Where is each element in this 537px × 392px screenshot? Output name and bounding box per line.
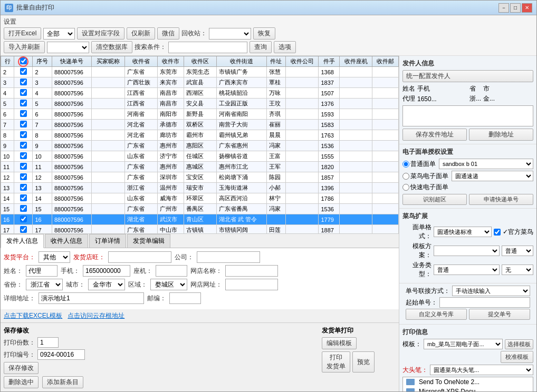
th-select-all[interactable] [14, 56, 33, 67]
address-input[interactable] [39, 292, 144, 304]
all-combo[interactable]: 全部 [43, 28, 75, 40]
save-modify-button[interactable]: 保存修改 [4, 362, 39, 374]
normal-face-combo[interactable]: sandbox b 01 [439, 159, 533, 169]
tab-fahuo-edit[interactable]: 发货单编辑 [127, 234, 170, 248]
yewu-combo[interactable]: 普通 [434, 264, 500, 275]
import-refresh-button[interactable]: 导入并刷新 [4, 41, 45, 53]
restore-button[interactable]: 恢复 [253, 27, 275, 40]
print-count-input[interactable] [37, 337, 59, 348]
zidingyi-btn1[interactable]: 自定义单号库 [406, 309, 467, 320]
query-button[interactable]: 查询 [250, 41, 272, 53]
table-row[interactable]: 22880007596广东省东莞市东莞生态市镇镇广务张慧1368 [1, 67, 399, 77]
table-row[interactable]: 1010880007596山东省济宁市任城区扬柳镇谷道王富1555 [1, 151, 399, 162]
fahuo-platform-select[interactable]: 其他 [39, 251, 70, 263]
printer-list[interactable]: Send To OneNote 2... Microsoft XPS Docu.… [402, 377, 533, 391]
calibrate-template-button[interactable]: 校准模板 [501, 351, 533, 363]
table-row[interactable]: 1111880007596广东省惠州市惠城区惠州市江北王军1820 [1, 162, 399, 172]
row-checkbox[interactable] [20, 142, 27, 149]
table-row[interactable]: 1616880007596湖北省武汉市青山区湖北省 武 管令1779 [1, 214, 399, 225]
cainiao-face-combo[interactable]: 圆通速递 [452, 171, 533, 181]
printer-item-xps[interactable]: Microsoft XPS Docu... [403, 387, 533, 391]
row-checkbox[interactable] [20, 89, 27, 96]
identify-zone-button[interactable]: 识别超区 [402, 194, 467, 205]
refresh-only-button[interactable]: 仅刷新 [127, 27, 155, 40]
select-template-button[interactable]: 选择模板 [505, 339, 533, 349]
delete-selected-button[interactable]: 删除选中 [4, 376, 39, 388]
row-checkbox[interactable] [20, 110, 27, 117]
table-row[interactable]: 1212880007596广东省深圳市宝安区松岗塘下涌陈园1857 [1, 172, 399, 183]
city-select[interactable]: 金华市 [88, 279, 125, 290]
phone-input[interactable] [83, 265, 130, 277]
import-combo[interactable] [47, 42, 89, 53]
close-button[interactable]: ✕ [522, 3, 532, 13]
tab-order-detail[interactable]: 订单详情 [89, 234, 126, 248]
qu-select[interactable]: 婺城区 [150, 279, 187, 290]
table-row[interactable]: 1313880007596浙江省温州市瑞安市玉海街道淋小郝1396 [1, 183, 399, 193]
maximize-button[interactable]: □ [510, 3, 521, 13]
table-row[interactable]: 77880007596河北省承德市双桥区南营子大街崔丽1583 [1, 120, 399, 130]
wangdian-input[interactable] [225, 265, 278, 277]
row-checkbox[interactable] [20, 215, 27, 222]
tab-receiver-info[interactable]: 收件人信息 [45, 234, 88, 248]
row-checkbox[interactable] [20, 173, 27, 180]
row-checkbox[interactable] [20, 226, 27, 233]
tab-sender-info[interactable]: 发件人信息 [1, 234, 44, 248]
fahuo-dianpu-input[interactable] [108, 251, 171, 263]
right-scroll[interactable]: 发件人信息 统一配置发件人 姓名 手机 省 市 代理 1650... 浙... … [399, 56, 536, 391]
name-input[interactable] [26, 265, 57, 277]
row-checkbox[interactable] [20, 205, 27, 212]
visit-cloud-link[interactable]: 点击访问云存根地址 [68, 311, 124, 320]
table-row[interactable]: 33880007596广西壮族来宾市武宣县广西来宾市覃桂1837 [1, 77, 399, 88]
zidingyi-btn2[interactable]: 提交单号 [469, 309, 530, 320]
row-checkbox[interactable] [20, 131, 27, 138]
minimize-button[interactable]: － [498, 3, 509, 13]
row-checkbox[interactable] [20, 68, 27, 75]
unified-config-button[interactable]: 统一配置发件人 [402, 70, 533, 82]
delete-address-button[interactable]: 删除地址 [469, 129, 533, 141]
wangdian-url-input[interactable] [225, 279, 278, 290]
edit-template-button[interactable]: 编辑模板 [322, 337, 357, 349]
table-row[interactable]: 99880007596广东省惠州市惠阳区广东省惠州冯家1536 [1, 141, 399, 151]
table-row[interactable]: 44880007596江西省南昌市西湖区桃花镇韶沿万咏1507 [1, 88, 399, 99]
table-row[interactable]: 1717880007596广东省中山市古镇镇市辖镇冈阔田莲1887 [1, 225, 399, 234]
wu-combo[interactable]: 无 [502, 264, 533, 275]
danhaolianji-combo[interactable]: 手动连续输入 [452, 286, 530, 296]
set-fields-button[interactable]: 设置对应字段 [77, 27, 124, 40]
template-combo[interactable]: mb_菜鸟三期电子面... [424, 339, 503, 349]
zuoji-input[interactable] [156, 265, 187, 277]
postcode-input[interactable] [169, 292, 201, 304]
print-no-input[interactable] [37, 349, 85, 360]
guanfang-checkbox[interactable] [494, 229, 501, 236]
mianshige-combo[interactable]: 圆通快递标准 [434, 227, 492, 237]
printer-item-onenote[interactable]: Send To OneNote 2... [403, 377, 533, 387]
sender-scroll-area[interactable] [402, 105, 533, 126]
row-checkbox[interactable] [20, 121, 27, 128]
normal-face-radio[interactable] [402, 161, 409, 168]
table-container[interactable]: 行 序号 快递单号 买家昵称 收件省 收件市 收件区 收件街道 [1, 56, 399, 233]
wechat-button[interactable]: 微信 [157, 27, 179, 40]
download-excel-link[interactable]: 点击下载EXCEL模板 [4, 311, 62, 320]
preview-fahuo-button[interactable]: 预览 [352, 351, 375, 373]
row-checkbox[interactable] [20, 79, 27, 85]
apply-express-no-button[interactable]: 申请快递单号 [469, 194, 533, 205]
moban-combo[interactable] [434, 246, 500, 256]
row-checkbox[interactable] [20, 152, 27, 159]
save-address-button[interactable]: 保存发件地址 [402, 129, 467, 141]
table-row[interactable]: 1414880007596山东省威海市环翠区高区西河沿林宁1786 [1, 193, 399, 204]
cainiao-face-radio[interactable] [402, 173, 409, 180]
qishidanhao-input[interactable] [439, 297, 530, 308]
recycle-combo[interactable] [209, 28, 251, 40]
clear-db-button[interactable]: 清空数据库 [91, 41, 132, 53]
print-fahuo-button[interactable]: 打印 发货单 [322, 351, 350, 373]
row-checkbox[interactable] [20, 184, 27, 191]
search-input[interactable] [168, 42, 247, 53]
options-button[interactable]: 选项 [274, 41, 296, 53]
table-row[interactable]: 66880007596河南省南阳市新野县河南省南阳齐琪1593 [1, 109, 399, 120]
add-new-button[interactable]: 添加新条目 [42, 376, 83, 388]
express-face-radio[interactable] [402, 184, 409, 191]
row-checkbox[interactable] [20, 163, 27, 170]
dajiangshu-combo[interactable]: 圆通菜鸟大头笔... [430, 365, 533, 375]
company-input[interactable] [197, 251, 260, 263]
row-checkbox[interactable] [20, 194, 27, 201]
select-all-checkbox[interactable] [20, 57, 27, 64]
